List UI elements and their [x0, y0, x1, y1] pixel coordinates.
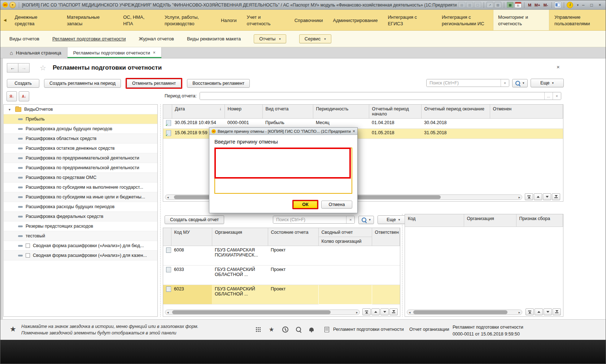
- horizontal-scrollbar[interactable]: ◂ ▸: [407, 310, 522, 315]
- create-consolidated-button[interactable]: Создать сводный отчет: [165, 215, 224, 224]
- memory-mminus-button[interactable]: M-: [542, 3, 549, 7]
- ribbon-tab-administration[interactable]: Администрирование: [328, 10, 383, 30]
- search-options-button[interactable]: ▾: [512, 79, 528, 87]
- sort-desc-button[interactable]: Я↓: [6, 91, 17, 101]
- scrollbar-thumb[interactable]: [413, 310, 507, 314]
- ribbon-tab-accounting[interactable]: Учет и отчетность: [242, 10, 289, 30]
- summary-search-options-button[interactable]: ▾: [358, 216, 374, 224]
- create-button[interactable]: Создать: [7, 79, 39, 88]
- history-icon[interactable]: [281, 325, 289, 333]
- column-header-cancelled[interactable]: Отменен: [490, 105, 563, 119]
- ribbon-tab-regional[interactable]: Интеграция с региональными ИС: [437, 10, 493, 30]
- tab-close-icon[interactable]: ×: [153, 50, 156, 55]
- period-picker-icon[interactable]: ...: [544, 92, 553, 100]
- tree-item[interactable]: Резервы предстоящих расходов: [4, 222, 157, 231]
- table-row[interactable]: 6008 ГБУЗ САМАРСКАЯ ПСИХИАТРИЧЕСК... Про…: [163, 246, 400, 266]
- clear-search-icon[interactable]: ×: [501, 79, 509, 87]
- go-next-button[interactable]: [543, 193, 551, 200]
- tree-item[interactable]: Прибыль: [4, 114, 157, 124]
- ribbon-tab-egisz[interactable]: Интеграция с ЕГИСЗ: [383, 10, 437, 30]
- period-filter-input[interactable]: [200, 92, 544, 100]
- menu-link-regulations[interactable]: Регламент подготовки отчетности: [52, 36, 126, 41]
- expand-icon[interactable]: ▾: [9, 108, 12, 111]
- checkbox-icon[interactable]: [26, 244, 30, 248]
- dialog-close-icon[interactable]: ×: [353, 129, 355, 134]
- scroll-right-icon[interactable]: ▸: [517, 311, 522, 314]
- scroll-left-icon[interactable]: ◂: [407, 311, 412, 314]
- column-header-org-count[interactable]: Колво организаций: [318, 237, 372, 246]
- go-last-button[interactable]: [552, 193, 560, 200]
- service-dropdown-button[interactable]: Сервис▾: [299, 34, 331, 43]
- recent-item-link[interactable]: Отчет организации: [409, 327, 449, 332]
- page-close-icon[interactable]: ×: [557, 64, 560, 70]
- scroll-left-icon[interactable]: ◂: [165, 196, 170, 199]
- info-caret-icon[interactable]: ▾: [577, 3, 579, 7]
- column-header-number[interactable]: Номер: [224, 105, 262, 119]
- print-icon[interactable]: ▥: [466, 2, 473, 8]
- reports-search-input[interactable]: [427, 79, 501, 87]
- close-window-button[interactable]: ×: [596, 2, 603, 8]
- tree-item[interactable]: тестовый: [4, 231, 157, 241]
- restore-regulation-button[interactable]: Восстановить регламент: [187, 79, 250, 88]
- apps-grid-icon[interactable]: [254, 325, 262, 333]
- go-prev-button[interactable]: [535, 308, 543, 315]
- memory-m-button[interactable]: M: [527, 3, 532, 7]
- ribbon-tab-money[interactable]: Денежные средства: [10, 10, 62, 30]
- tree-item[interactable]: Сводная форма расшифровки («Анализ») для…: [4, 251, 157, 260]
- cancel-regulation-button[interactable]: Отменить регламент: [127, 79, 181, 88]
- restore-button[interactable]: □: [588, 2, 595, 8]
- column-header-code[interactable]: Код: [405, 214, 464, 227]
- ribbon-tab-users[interactable]: Управление пользователями: [549, 10, 606, 30]
- tree-item[interactable]: Сводная форма расшифровки («Анализ») для…: [4, 241, 157, 251]
- scroll-right-icon[interactable]: ▸: [517, 196, 522, 199]
- go-prev-button[interactable]: [371, 308, 380, 315]
- horizontal-scrollbar[interactable]: ◂ ▸: [165, 310, 360, 315]
- export-icon[interactable]: ▨: [494, 2, 501, 8]
- cancel-button[interactable]: Отмена: [321, 201, 352, 209]
- go-next-button[interactable]: [544, 308, 552, 315]
- cancel-reason-textarea[interactable]: [214, 148, 351, 179]
- tab-regulations[interactable]: Регламенты подготовки отчетности ×: [67, 47, 162, 58]
- print-preview-icon[interactable]: ▢: [474, 2, 481, 8]
- column-header-icon[interactable]: [163, 228, 171, 246]
- ribbon-tab-monitoring[interactable]: Мониторинг и отчетность: [493, 10, 549, 30]
- scrollbar-thumb[interactable]: [172, 310, 331, 314]
- tree-item[interactable]: Расшифровка по средствам ОМС: [4, 173, 157, 183]
- go-first-button[interactable]: [362, 308, 371, 315]
- column-header-period-end[interactable]: Отчетный период окончание: [421, 105, 490, 119]
- go-last-button[interactable]: [389, 308, 398, 315]
- tree-item[interactable]: Расшифровка расходы будущих периодов: [4, 202, 157, 212]
- tree-item[interactable]: Расшифровка по субсидиям на иные цели и …: [4, 192, 157, 202]
- notifications-bell-icon[interactable]: [308, 325, 315, 333]
- ok-button[interactable]: ОК: [293, 201, 317, 208]
- ribbon-tab-materials[interactable]: Материальные запасы: [62, 10, 118, 30]
- sort-asc-button[interactable]: А↓: [19, 91, 29, 101]
- go-next-button[interactable]: [380, 308, 389, 315]
- current-document-info[interactable]: Регламент подготовки отчетности 0000-001…: [453, 324, 523, 338]
- ribbon-tab-directories[interactable]: Справочники: [289, 10, 328, 30]
- column-header-report-state[interactable]: Состояние отчета: [268, 228, 318, 246]
- favorites-icon[interactable]: ★: [267, 325, 275, 333]
- vertical-splitter-right[interactable]: [402, 214, 402, 317]
- column-header-responsible[interactable]: Ответствен: [372, 228, 400, 246]
- table-row-selected[interactable]: 6023 ГБУЗ САМАРСКИЙ ОБЛАСТНОЙ ... Проект: [163, 285, 400, 304]
- column-header-organization[interactable]: Организация: [464, 214, 516, 227]
- column-header-icon[interactable]: [163, 105, 172, 119]
- menu-link-report-types[interactable]: Виды отчетов: [9, 36, 39, 41]
- tree-item[interactable]: Расшифровка по субсидиям на выполнение г…: [4, 183, 157, 192]
- ribbon-tab-taxes[interactable]: Налоги: [216, 10, 242, 30]
- menu-link-report-journal[interactable]: Журнал отчетов: [139, 36, 174, 41]
- recent-item-link[interactable]: Регламент подготовки отчетности: [333, 327, 404, 332]
- tree-item[interactable]: Расшифровка по предпринимательской деяте…: [4, 163, 157, 173]
- menu-link-layout-attrs[interactable]: Виды реквизитов макета: [187, 36, 241, 41]
- column-header-periodicity[interactable]: Периодичность: [313, 105, 369, 119]
- more-button[interactable]: Еще▾: [531, 79, 564, 87]
- column-header-consolidated[interactable]: Сводный отчет: [318, 228, 372, 237]
- column-header-date[interactable]: Дата↓: [172, 105, 224, 119]
- scroll-left-icon[interactable]: ◂: [165, 311, 170, 314]
- column-header-mu-code[interactable]: Код МУ: [171, 228, 212, 246]
- tree-item[interactable]: Расшифровка по предпринимательской деяте…: [4, 153, 157, 163]
- ribbon-tab-os-nma[interactable]: ОС, НМА, НПА: [118, 10, 160, 30]
- send-icon[interactable]: ↗: [487, 2, 493, 8]
- search-icon[interactable]: [295, 325, 302, 333]
